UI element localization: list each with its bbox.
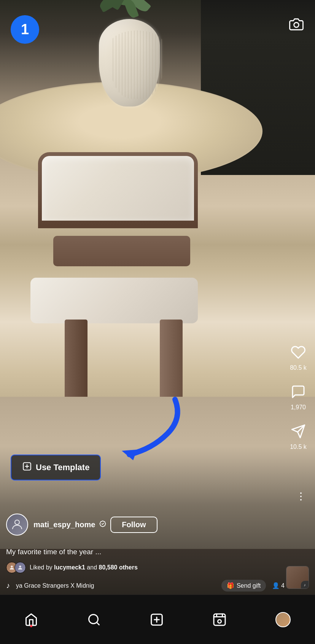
svg-point-6: [300, 499, 302, 501]
nav-add[interactable]: [146, 609, 168, 631]
send-gift-button[interactable]: 🎁 Send gift: [221, 580, 266, 592]
like-icon[interactable]: [288, 342, 308, 362]
svg-point-19: [218, 620, 221, 623]
share-action[interactable]: 10.5 k: [288, 421, 308, 450]
liked-avatar-2: [14, 562, 26, 573]
svg-point-1: [294, 22, 299, 27]
bottom-navigation: [0, 595, 315, 644]
like-action[interactable]: 80.5 k: [288, 342, 308, 371]
people-button[interactable]: 👤 4: [272, 582, 285, 589]
nav-search[interactable]: [83, 609, 105, 630]
music-note-icon: ♪: [6, 581, 10, 590]
username-row: mati_espy_home: [33, 520, 107, 530]
use-template-button[interactable]: Use Template: [11, 455, 101, 480]
svg-point-12: [19, 566, 21, 568]
svg-point-10: [15, 520, 19, 525]
comment-action[interactable]: 1,970: [288, 382, 308, 411]
music-text: ya Grace Strangers X Midnig: [16, 582, 215, 589]
user-info-row: mati_espy_home Follow: [6, 514, 285, 536]
share-icon[interactable]: [288, 421, 308, 441]
liked-by-text: Liked by lucymeck1 and 80,580 others: [30, 564, 138, 571]
more-options-button[interactable]: [295, 491, 307, 505]
camera-button[interactable]: [289, 17, 304, 35]
nav-home[interactable]: [21, 609, 42, 630]
chair-seat: [30, 278, 198, 323]
music-bar: ♪ ya Grace Strangers X Midnig 🎁 Send gif…: [6, 580, 285, 592]
use-template-label: Use Template: [36, 463, 89, 472]
vase: [91, 8, 167, 107]
vase-stripes: [110, 30, 164, 99]
thumbnail-music-icon: ♪: [301, 581, 309, 588]
main-content: 1 80.5 k 1,970: [0, 0, 315, 644]
side-thumbnail: ♪: [286, 566, 309, 589]
home-active-dot: [30, 625, 32, 627]
username-follow-row: mati_espy_home Follow: [33, 517, 285, 533]
caption-text: My favorite time of the year ...: [6, 547, 285, 557]
svg-point-4: [300, 492, 302, 494]
svg-marker-0: [122, 450, 137, 460]
use-template-icon: [22, 461, 32, 474]
nav-reels[interactable]: [209, 609, 230, 630]
chair-back-cushion: [42, 156, 194, 221]
badge-number: 1: [11, 15, 39, 44]
svg-line-14: [97, 622, 99, 625]
chair-lower-rail: [53, 236, 190, 266]
svg-point-5: [300, 496, 302, 497]
share-count: 10.5 k: [290, 444, 307, 450]
liked-by-row: Liked by lucymeck1 and 80,580 others: [6, 562, 285, 573]
follow-button[interactable]: Follow: [110, 517, 157, 533]
user-avatar[interactable]: [6, 514, 28, 536]
right-actions: 80.5 k 1,970 10.5 k: [288, 342, 308, 450]
username-text: mati_espy_home: [33, 520, 95, 529]
arrow-annotation: [76, 388, 190, 464]
comment-icon[interactable]: [288, 382, 308, 402]
nav-profile[interactable]: [272, 608, 294, 631]
people-icon: 👤: [272, 582, 280, 589]
gift-icon: 🎁: [227, 582, 234, 589]
verified-badge: [99, 520, 107, 530]
svg-point-11: [11, 566, 13, 568]
vase-body: [99, 19, 160, 107]
comment-count: 1,970: [291, 404, 306, 411]
profile-avatar: [275, 612, 291, 627]
chair: [15, 152, 228, 418]
liked-avatars: [6, 562, 26, 573]
like-count: 80.5 k: [290, 364, 307, 371]
